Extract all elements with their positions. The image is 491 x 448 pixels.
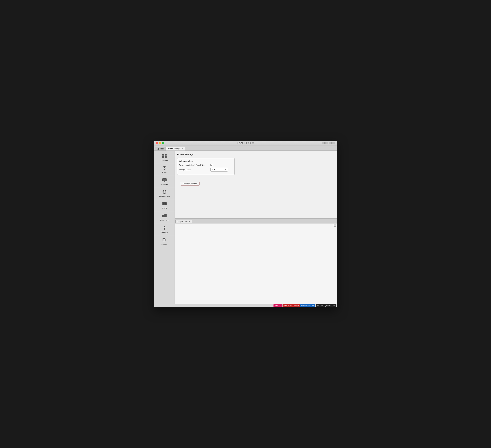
sidebar-label-sqtp: SQTP	[162, 207, 167, 209]
sidebar-item-sqtp[interactable]: SQTP	[154, 199, 175, 211]
environment-icon	[162, 189, 167, 195]
output-tab-bar: Output – IPE ✕	[175, 219, 337, 224]
minimize-button[interactable]	[159, 142, 161, 144]
svg-rect-25	[165, 214, 167, 217]
maximize-button[interactable]	[162, 142, 164, 144]
operate-icon	[162, 153, 167, 159]
production-icon	[162, 213, 167, 219]
content-area: Power Settings Voltage options Power tar…	[175, 151, 337, 304]
svg-rect-17	[163, 203, 164, 204]
tab-power-settings-label: Power Settings	[168, 148, 180, 150]
voltage-level-row: Voltage Level 4.75 ▼	[179, 168, 233, 171]
tb-btn-4[interactable]	[332, 142, 335, 144]
svg-rect-24	[164, 215, 165, 217]
sidebar-item-power[interactable]: Power	[154, 163, 175, 175]
svg-rect-20	[163, 204, 164, 205]
voltage-level-label: Voltage Level	[179, 168, 210, 171]
reset-to-defaults-button[interactable]: Reset to defaults	[181, 182, 200, 186]
sidebar-item-logout[interactable]: Logout	[154, 235, 175, 247]
power-target-label: Power target circuit from PIC...	[179, 164, 210, 166]
tb-btn-2[interactable]	[325, 142, 328, 144]
status-device-badge: Device: PIC16F84A	[283, 304, 300, 307]
sidebar-item-settings[interactable]: Settings	[154, 223, 175, 235]
app-window: MPLAB X IPE v5.30 Operate Power Settings…	[154, 140, 337, 308]
svg-rect-2	[162, 156, 164, 158]
status-tool-badge: Tool: NA	[274, 304, 282, 307]
svg-rect-19	[165, 203, 166, 204]
power-target-checkbox[interactable]	[210, 164, 213, 166]
sidebar-label-production: Production	[160, 219, 169, 221]
main-area: Operate Power	[154, 151, 337, 304]
sidebar-label-settings: Settings	[161, 231, 168, 233]
power-icon	[162, 165, 167, 171]
voltage-panel-title: Voltage options	[179, 160, 233, 162]
tab-power-settings-close[interactable]: ✕	[181, 148, 183, 149]
page-title: Power Settings	[177, 153, 334, 156]
tab-operate[interactable]: Operate	[155, 147, 166, 150]
svg-rect-23	[162, 215, 164, 217]
tb-btn-1[interactable]	[322, 142, 325, 144]
output-tab-label: Output – IPE	[177, 221, 188, 223]
tb-btn-3[interactable]	[329, 142, 331, 144]
output-panel: Output – IPE ✕ ⬜	[175, 218, 337, 304]
sidebar-item-operate[interactable]: Operate	[154, 151, 175, 163]
voltage-options-panel: Voltage options Power target circuit fro…	[177, 158, 235, 175]
sidebar: Operate Power	[154, 151, 175, 304]
svg-rect-1	[165, 154, 167, 156]
sidebar-label-memory: Memory	[161, 183, 168, 186]
title-bar-controls	[322, 142, 335, 144]
svg-rect-21	[164, 204, 165, 205]
tab-bar: Operate Power Settings ✕	[154, 145, 337, 151]
sidebar-label-power: Power	[162, 171, 167, 173]
memory-icon	[162, 177, 167, 183]
traffic-lights	[156, 142, 164, 144]
tab-operate-label: Operate	[157, 148, 164, 150]
svg-rect-18	[164, 203, 165, 204]
output-tab-close-icon[interactable]: ✕	[189, 221, 190, 223]
sidebar-item-production[interactable]: Production	[154, 211, 175, 223]
power-target-row: Power target circuit from PIC...	[179, 164, 233, 166]
sidebar-item-environment[interactable]: Environment	[154, 187, 175, 199]
sidebar-label-logout: Logout	[161, 243, 167, 245]
sidebar-label-environment: Environment	[159, 195, 170, 197]
svg-rect-22	[165, 204, 166, 205]
close-button[interactable]	[156, 142, 158, 144]
svg-rect-0	[162, 154, 164, 156]
status-bar: Tool: NA Device: PIC16F84A Environment: …	[154, 304, 337, 308]
sidebar-label-operate: Operate	[161, 159, 168, 161]
status-environment-badge: Environment: NA	[300, 304, 316, 307]
status-dfp-badge: PIC16Fxxx_DFP 1.1.23	[316, 304, 336, 307]
content-top: Power Settings Voltage options Power tar…	[175, 151, 337, 218]
title-bar: MPLAB X IPE v5.30	[154, 140, 337, 145]
voltage-select-arrow-icon: ▼	[225, 169, 227, 170]
sidebar-item-memory[interactable]: Memory	[154, 175, 175, 187]
voltage-level-select[interactable]: 4.75 ▼	[210, 168, 228, 171]
sqtp-icon	[162, 201, 167, 207]
svg-rect-3	[165, 156, 167, 158]
output-content: ⬜	[175, 224, 337, 304]
settings-icon	[162, 225, 167, 231]
window-title: MPLAB X IPE v5.30	[237, 142, 254, 144]
svg-rect-16	[162, 202, 167, 205]
output-tab-ipe[interactable]: Output – IPE ✕	[175, 220, 192, 223]
logout-icon	[162, 237, 167, 243]
svg-point-27	[164, 227, 165, 229]
output-maximize-button[interactable]: ⬜	[334, 224, 336, 227]
tab-power-settings[interactable]: Power Settings ✕	[166, 147, 185, 150]
voltage-level-value: 4.75	[212, 168, 215, 171]
